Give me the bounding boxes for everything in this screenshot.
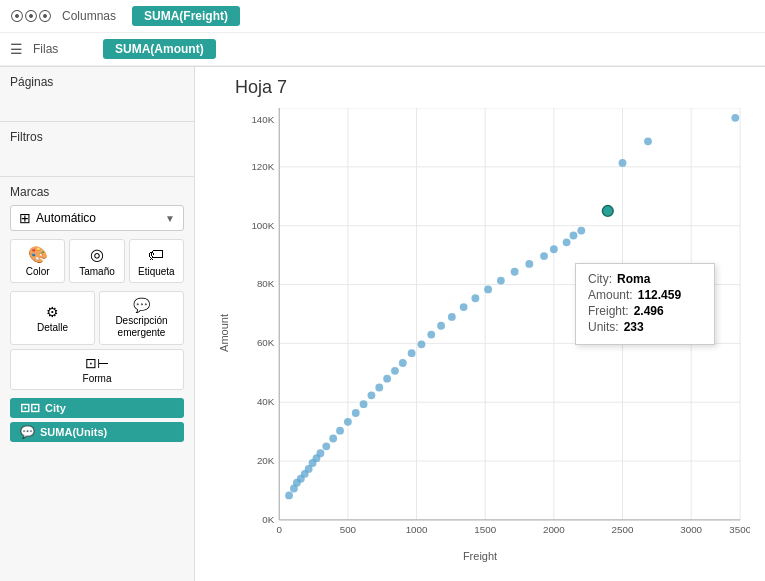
tooltip-icon: 💬 bbox=[133, 297, 150, 313]
svg-text:120K: 120K bbox=[251, 161, 274, 172]
city-pill-label: City bbox=[45, 402, 66, 414]
pages-section: Páginas bbox=[0, 67, 194, 122]
x-axis-label: Freight bbox=[463, 550, 497, 562]
columns-pill[interactable]: SUMA(Freight) bbox=[132, 6, 240, 26]
y-axis-label: Amount bbox=[218, 314, 230, 352]
svg-point-56 bbox=[427, 331, 435, 339]
svg-point-43 bbox=[322, 442, 330, 450]
svg-point-51 bbox=[383, 375, 391, 383]
svg-point-70 bbox=[619, 159, 627, 167]
tooltip-label: Descripción emergente bbox=[104, 315, 179, 339]
tooltip-units-value: 233 bbox=[624, 320, 644, 334]
pages-title: Páginas bbox=[10, 75, 184, 89]
rows-pill[interactable]: SUMA(Amount) bbox=[103, 39, 216, 59]
marks-type-icon: ⊞ bbox=[19, 210, 31, 226]
svg-text:0K: 0K bbox=[262, 514, 274, 525]
columns-icon: ⦿⦿⦿ bbox=[10, 8, 52, 24]
highlighted-point[interactable] bbox=[602, 206, 613, 217]
color-label: Color bbox=[26, 266, 50, 277]
tooltip-button[interactable]: 💬 Descripción emergente bbox=[99, 291, 184, 345]
svg-text:3500: 3500 bbox=[729, 524, 750, 535]
marks-section: Marcas ⊞ Automático ▼ 🎨 Color ◎ Tam bbox=[0, 177, 194, 581]
filters-title: Filtros bbox=[10, 130, 184, 144]
city-pill-icon: ⊡⊡ bbox=[20, 401, 40, 415]
svg-text:2500: 2500 bbox=[612, 524, 634, 535]
columns-row: ⦿⦿⦿ Columnas SUMA(Freight) bbox=[0, 0, 765, 33]
marks-extra-group: ⚙ Detalle 💬 Descripción emergente ⊡⊢ For… bbox=[10, 291, 184, 390]
tooltip-freight-label: Freight: bbox=[588, 304, 629, 318]
svg-text:0: 0 bbox=[277, 524, 283, 535]
svg-point-53 bbox=[399, 359, 407, 367]
shape-button[interactable]: ⊡⊢ Forma bbox=[10, 349, 184, 390]
label-label: Etiqueta bbox=[138, 266, 175, 277]
svg-point-34 bbox=[285, 491, 293, 499]
svg-point-69 bbox=[577, 227, 585, 235]
svg-text:80K: 80K bbox=[257, 278, 275, 289]
svg-point-62 bbox=[497, 277, 505, 285]
svg-text:40K: 40K bbox=[257, 396, 275, 407]
tooltip-amount-value: 112.459 bbox=[638, 288, 681, 302]
marks-type-label: Automático bbox=[36, 211, 96, 225]
svg-point-67 bbox=[563, 238, 571, 246]
svg-point-66 bbox=[550, 245, 558, 253]
svg-point-47 bbox=[352, 409, 360, 417]
svg-text:1000: 1000 bbox=[406, 524, 428, 535]
size-label: Tamaño bbox=[79, 266, 115, 277]
units-pill[interactable]: 💬 SUMA(Units) bbox=[10, 422, 184, 442]
tooltip-freight-value: 2.496 bbox=[634, 304, 664, 318]
size-button[interactable]: ◎ Tamaño bbox=[69, 239, 124, 283]
svg-point-59 bbox=[460, 303, 468, 311]
detail-label: Detalle bbox=[37, 322, 68, 333]
marks-type-dropdown[interactable]: ⊞ Automático ▼ bbox=[10, 205, 184, 231]
svg-point-46 bbox=[344, 418, 352, 426]
svg-point-48 bbox=[360, 400, 368, 408]
svg-point-50 bbox=[375, 384, 383, 392]
filters-section: Filtros bbox=[0, 122, 194, 177]
city-pill[interactable]: ⊡⊡ City bbox=[10, 398, 184, 418]
detail-button[interactable]: ⚙ Detalle bbox=[10, 291, 95, 345]
tooltip-amount-label: Amount: bbox=[588, 288, 633, 302]
color-button[interactable]: 🎨 Color bbox=[10, 239, 65, 283]
size-icon: ◎ bbox=[90, 245, 104, 264]
svg-point-54 bbox=[408, 349, 416, 357]
svg-point-64 bbox=[525, 260, 533, 268]
svg-text:1500: 1500 bbox=[474, 524, 496, 535]
svg-point-52 bbox=[391, 367, 399, 375]
svg-point-63 bbox=[511, 268, 519, 276]
svg-point-61 bbox=[484, 286, 492, 294]
svg-point-71 bbox=[644, 137, 652, 145]
svg-point-55 bbox=[418, 340, 426, 348]
svg-text:60K: 60K bbox=[257, 337, 275, 348]
dropdown-chevron-icon: ▼ bbox=[165, 213, 175, 224]
chart-area: Hoja 7 Amount Freight bbox=[195, 67, 765, 581]
label-icon: 🏷 bbox=[148, 246, 164, 264]
svg-point-44 bbox=[329, 435, 337, 443]
shape-icon: ⊡⊢ bbox=[85, 355, 109, 371]
columns-label: Columnas bbox=[62, 9, 122, 23]
detail-icon: ⚙ bbox=[46, 304, 59, 320]
svg-point-72 bbox=[731, 114, 739, 122]
chart-inner: Amount Freight bbox=[205, 103, 755, 562]
chart-title: Hoja 7 bbox=[205, 77, 755, 98]
rows-label: Filas bbox=[33, 42, 93, 56]
svg-point-58 bbox=[448, 313, 456, 321]
svg-point-57 bbox=[437, 322, 445, 330]
rows-row: ☰ Filas SUMA(Amount) bbox=[0, 33, 765, 66]
svg-point-60 bbox=[471, 294, 479, 302]
svg-text:3000: 3000 bbox=[680, 524, 702, 535]
svg-point-42 bbox=[317, 449, 325, 457]
svg-point-49 bbox=[368, 391, 376, 399]
tooltip-units-label: Units: bbox=[588, 320, 619, 334]
shape-label: Forma bbox=[83, 373, 112, 384]
rows-icon: ☰ bbox=[10, 41, 23, 57]
tooltip: City: Roma Amount: 112.459 Freight: 2.49… bbox=[575, 263, 715, 345]
svg-text:20K: 20K bbox=[257, 455, 275, 466]
marks-title: Marcas bbox=[10, 185, 184, 199]
svg-point-65 bbox=[540, 252, 548, 260]
tooltip-city-value: Roma bbox=[617, 272, 650, 286]
svg-text:100K: 100K bbox=[251, 220, 274, 231]
svg-point-45 bbox=[336, 427, 344, 435]
label-button[interactable]: 🏷 Etiqueta bbox=[129, 239, 184, 283]
marks-buttons-group: 🎨 Color ◎ Tamaño 🏷 Etiqueta bbox=[10, 239, 184, 283]
svg-text:140K: 140K bbox=[251, 114, 274, 125]
